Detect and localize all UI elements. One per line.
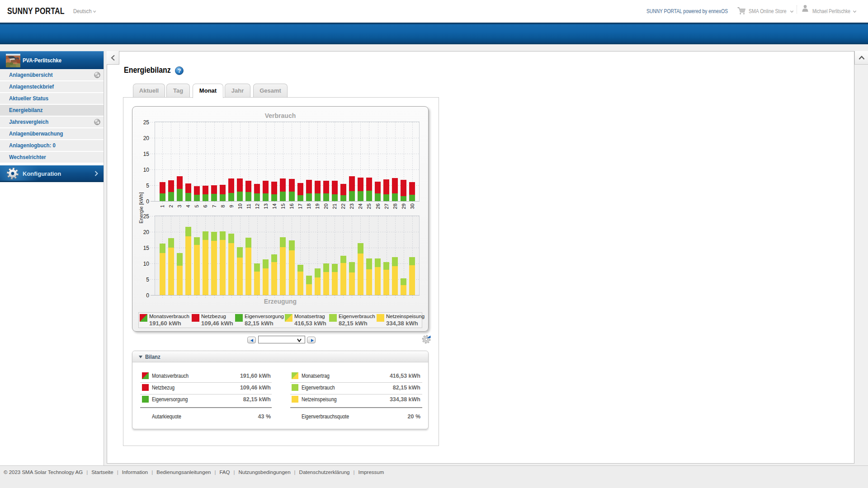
svg-text:?: ? [178,68,181,74]
